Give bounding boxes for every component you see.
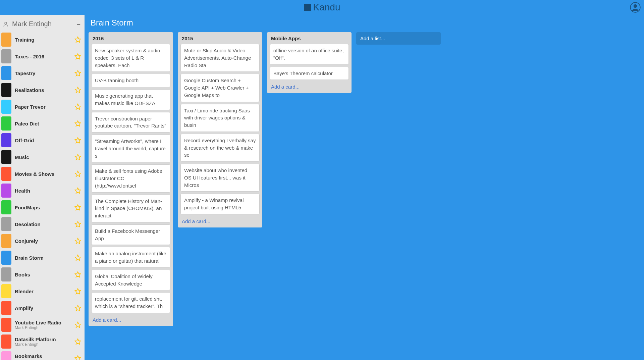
svg-point-2 [5,22,7,24]
board-content: Brain Storm 2016New speaker system & aud… [85,15,644,360]
svg-marker-21 [75,339,81,345]
star-icon[interactable] [74,36,81,43]
star-icon[interactable] [74,70,81,76]
star-icon[interactable] [74,120,81,127]
board-color-swatch [1,66,11,80]
board-item-title: Off-Grid [15,138,74,143]
list-title[interactable]: 2015 [180,35,260,44]
minus-icon[interactable]: − [76,21,80,28]
star-icon[interactable] [74,338,81,345]
card[interactable]: Music generating app that makes music li… [91,89,170,110]
add-card-link[interactable]: Add a card... [91,315,170,323]
card[interactable]: UV-B tanning booth [91,74,170,87]
star-icon[interactable] [74,103,81,110]
sidebar-board-item[interactable]: Realizations [0,82,85,98]
card[interactable]: Trevor construction paper youtube cartoo… [91,112,170,133]
sidebar-board-item[interactable]: Paleo Diet [0,115,85,132]
add-list-button[interactable]: Add a list... [356,32,441,45]
app-name: Kandu [313,2,340,13]
card[interactable]: Taxi / Limo ride tracking Saas with driv… [180,104,260,132]
card[interactable]: New speaker system & audio codec, 3 sets… [91,44,170,72]
sidebar-board-item[interactable]: Paper Trevor [0,98,85,115]
star-icon[interactable] [74,288,81,295]
list: 2016New speaker system & audio codec, 3 … [89,32,173,326]
card[interactable]: Amplify - a Winamp revival project built… [180,194,260,214]
star-icon[interactable] [74,137,81,144]
board-item-title: FoodMaps [15,205,74,210]
app-logo: Kandu [304,2,340,13]
star-icon[interactable] [74,254,81,261]
sidebar-board-item[interactable]: Brain Storm [0,249,85,266]
sidebar-board-item[interactable]: Desolation [0,216,85,233]
card[interactable]: Website about who invented OS UI feature… [180,164,260,192]
svg-marker-16 [75,255,81,261]
star-icon[interactable] [74,53,81,60]
sidebar: Mark Entingh − TrainingTaxes - 2016Tapes… [0,15,85,360]
card[interactable]: Record everything I verbally say & resea… [180,134,260,162]
board-color-swatch [1,133,11,147]
board-owner: Mark Entingh [15,359,74,360]
card[interactable]: replacement for git, called sht, which i… [91,292,170,313]
sidebar-board-item[interactable]: Music [0,149,85,165]
svg-marker-10 [75,154,81,160]
sidebar-board-item[interactable]: Off-Grid [0,132,85,149]
star-icon[interactable] [74,321,81,328]
add-card-link[interactable]: Add a card... [180,216,260,225]
star-icon[interactable] [74,170,81,177]
board-color-swatch [1,234,11,248]
star-icon[interactable] [74,271,81,278]
board-color-swatch [1,49,11,63]
sidebar-user-header[interactable]: Mark Entingh − [0,17,85,31]
sidebar-board-item[interactable]: Training [0,31,85,48]
sidebar-board-item[interactable]: Datasilk PlatformMark Entingh [0,333,85,350]
board-color-swatch [1,83,11,97]
star-icon[interactable] [74,204,81,211]
sidebar-board-item[interactable]: Books [0,266,85,283]
board-item-title: Movies & Shows [15,171,74,177]
board-color-swatch [1,217,11,231]
card[interactable]: Baye's Theorem calculator [270,67,349,80]
card[interactable]: "Streaming Artworks", where I travel aro… [91,135,170,162]
sidebar-board-item[interactable]: FoodMaps [0,199,85,216]
card[interactable]: The Complete History of Man-kind in Spac… [91,195,170,222]
sidebar-board-item[interactable]: Tapestry [0,65,85,82]
star-icon[interactable] [74,154,81,160]
svg-point-1 [634,4,637,8]
svg-marker-18 [75,289,81,294]
card[interactable]: Global Coalition of Widely Accepted Know… [91,270,170,291]
sidebar-board-item[interactable]: Youtube Live RadioMark Entingh [0,316,85,333]
list-title[interactable]: Mobile Apps [270,35,349,44]
board-title[interactable]: Brain Storm [91,18,640,28]
avatar-icon[interactable] [630,2,641,13]
board-color-swatch [1,267,11,281]
svg-marker-20 [75,322,81,328]
card[interactable]: Mute or Skip Audio & Video Advertisement… [180,44,260,72]
svg-marker-4 [75,54,81,59]
board-color-swatch [1,251,11,265]
svg-marker-11 [75,171,81,177]
sidebar-board-item[interactable]: BookmarksMark Entingh [0,350,85,360]
sidebar-board-item[interactable]: Amplify [0,300,85,316]
star-icon[interactable] [74,87,81,93]
list-title[interactable]: 2016 [91,35,170,44]
sidebar-board-item[interactable]: Taxes - 2016 [0,48,85,65]
board-item-title: Desolation [15,221,74,227]
board-color-swatch [1,150,11,164]
sidebar-board-item[interactable]: Health [0,182,85,199]
add-card-link[interactable]: Add a card... [270,82,349,90]
card[interactable]: Make & sell fonts using Adobe Illustrato… [91,164,170,192]
card[interactable]: Google Custom Search + Google API + Web … [180,74,260,102]
card[interactable]: offline version of an office suite, "Off… [270,44,349,65]
star-icon[interactable] [74,221,81,227]
star-icon[interactable] [74,187,81,194]
sidebar-board-item[interactable]: Movies & Shows [0,165,85,182]
svg-marker-19 [75,305,81,311]
card[interactable]: Make an analog instrument (like a piano … [91,247,170,268]
board-item-title: Taxes - 2016 [15,54,74,59]
star-icon[interactable] [74,305,81,311]
sidebar-board-item[interactable]: Blender [0,283,85,300]
sidebar-board-item[interactable]: Conjurely [0,233,85,249]
star-icon[interactable] [74,238,81,244]
star-icon[interactable] [74,355,81,360]
card[interactable]: Build a Facebook Messenger App [91,224,170,245]
